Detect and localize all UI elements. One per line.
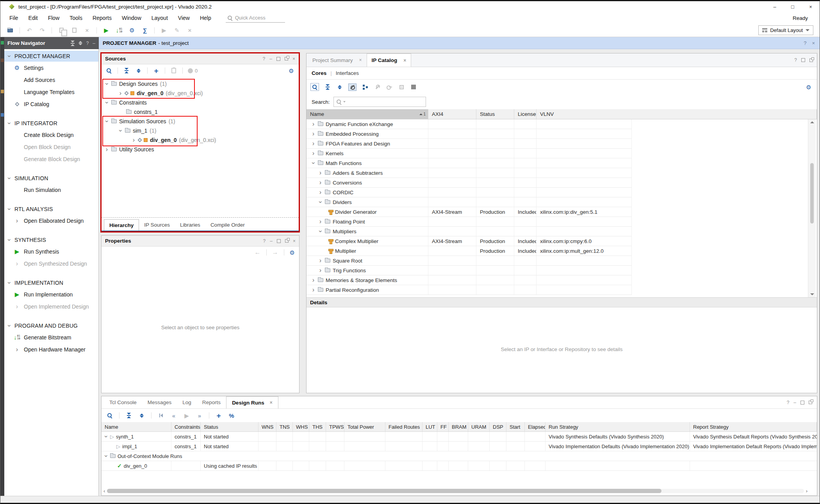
nav-item-open-implemented-design[interactable]: Open Implemented Design [4, 300, 98, 312]
scroll-up-icon[interactable] [810, 121, 814, 123]
help-icon[interactable]: ? [263, 56, 266, 62]
close-button[interactable]: × [802, 1, 820, 12]
nav-item-settings[interactable]: ⚙Settings [4, 62, 98, 74]
run-button[interactable]: ▶ [103, 27, 110, 34]
ip-row-divider-generator[interactable]: Divider GeneratorAXI4-StreamProductionIn… [307, 207, 632, 217]
menu-window[interactable]: Window [117, 15, 146, 21]
ip-row-embedded-processing[interactable]: Embedded Processing [307, 129, 632, 139]
chevron-right-icon[interactable] [311, 151, 316, 155]
float-icon[interactable] [285, 239, 289, 243]
copy-button[interactable] [58, 27, 65, 34]
nav-item-open-synthesized-design[interactable]: Open Synthesized Design [4, 257, 98, 270]
column-header-status[interactable]: Status [476, 109, 514, 119]
ip-row-memories-storage[interactable]: Memories & Storage Elements [307, 275, 632, 285]
tab-hierarchy[interactable]: Hierarchy [104, 219, 139, 231]
ip-row-dividers[interactable]: Dividers [307, 197, 632, 207]
chevron-down-icon[interactable] [118, 129, 123, 133]
minimize-icon[interactable]: – [793, 400, 796, 405]
run-group-out-of-context[interactable]: Out-of-Context Module Runs [102, 451, 817, 461]
minimize-button[interactable]: – [766, 1, 784, 12]
back-arrow-icon[interactable]: ← [255, 249, 261, 256]
nav-item-run-simulation[interactable]: Run Simulation [4, 184, 98, 196]
nav-section-synthesis[interactable]: SYNTHESIS [4, 234, 98, 245]
nav-section-rtl-analysis[interactable]: RTL ANALYSIS [4, 204, 98, 215]
open-project-button[interactable] [7, 27, 14, 34]
ip-row-kernels[interactable]: Kernels [307, 149, 632, 158]
column-header-vlnv[interactable]: VLNV [537, 109, 817, 119]
ip-settings-button-disabled[interactable] [398, 83, 405, 91]
col-failed-routes[interactable]: Failed Routes [385, 422, 422, 431]
ip-row-complex-multiplier[interactable]: Complex MultiplierAXI4-StreamProductionI… [307, 236, 632, 246]
search-button[interactable] [310, 83, 319, 91]
col-wns[interactable]: WNS [258, 422, 276, 431]
maximize-button[interactable]: □ [784, 1, 802, 12]
chevron-down-icon[interactable] [318, 229, 323, 233]
ip-row-math-functions[interactable]: Math Functions [307, 158, 632, 168]
nav-item-create-block-design[interactable]: Create Block Design [4, 129, 98, 141]
chevron-down-icon[interactable] [104, 454, 108, 458]
search-button[interactable] [105, 67, 112, 74]
scroll-right-icon[interactable]: › [806, 488, 808, 493]
tree-item-utility-sources[interactable]: Utility Sources [102, 145, 299, 154]
nav-section-program-and-debug[interactable]: PROGRAM AND DEBUG [4, 320, 98, 331]
tree-item-constraints[interactable]: Constraints [102, 98, 299, 107]
column-header-name[interactable]: Name 1 [307, 109, 428, 119]
subtab-interfaces[interactable]: Interfaces [336, 70, 359, 76]
col-lut[interactable]: LUT [422, 422, 437, 431]
chevron-down-icon[interactable] [105, 119, 109, 123]
close-icon[interactable]: × [403, 58, 406, 63]
nav-item-open-elaborated-design[interactable]: Open Elaborated Design [4, 215, 98, 227]
quick-access-search[interactable]: Quick Access [226, 14, 285, 23]
float-icon[interactable] [809, 401, 812, 404]
nav-item-open-hardware-manager[interactable]: Open Hardware Manager [4, 343, 98, 355]
chevron-right-icon[interactable] [318, 220, 323, 224]
delete-button[interactable]: × [84, 27, 91, 34]
chevron-down-icon[interactable] [311, 161, 316, 165]
close-icon[interactable]: × [812, 40, 815, 46]
ip-row-fpga-features[interactable]: FPGA Features and Design [307, 139, 632, 149]
percent-button[interactable]: % [228, 412, 235, 419]
chevron-right-icon[interactable] [118, 91, 123, 95]
chevron-down-icon[interactable] [318, 200, 323, 204]
nav-section-ip-integrator[interactable]: IP INTEGRATOR [4, 118, 98, 129]
menu-help[interactable]: Help [195, 15, 216, 21]
minimize-icon[interactable]: – [93, 41, 95, 46]
col-uram[interactable]: URAM [468, 422, 490, 431]
ip-row-square-root[interactable]: Square Root [307, 256, 632, 266]
chevron-right-icon[interactable] [105, 147, 109, 151]
tree-item-div-gen-0-sim[interactable]: div_gen_0 (div_gen_0.xci) [102, 135, 299, 145]
step-forward-button[interactable]: » [196, 412, 203, 419]
scroll-left-icon[interactable]: ‹ [103, 488, 105, 493]
chevron-right-icon[interactable] [311, 142, 316, 146]
col-constraints[interactable]: Constraints [171, 422, 201, 431]
chevron-down-icon[interactable] [105, 82, 109, 86]
step-back-button[interactable]: « [170, 412, 177, 419]
nav-item-run-implementation[interactable]: ▶Run Implementation [4, 288, 98, 300]
ip-row-partial-reconfiguration[interactable]: Partial Reconfiguration [307, 285, 632, 295]
col-tns[interactable]: TNS [276, 422, 293, 431]
nav-section-implementation[interactable]: IMPLEMENTATION [4, 277, 98, 288]
ip-row-cordic[interactable]: CORDIC [307, 188, 632, 197]
nav-item-generate-block-design[interactable]: Generate Block Design [4, 153, 98, 165]
customize-ip-button-disabled[interactable] [374, 83, 381, 91]
help-icon[interactable]: ? [263, 238, 266, 244]
chevron-down-icon[interactable] [104, 435, 108, 438]
scrollbar-thumb[interactable] [107, 489, 661, 493]
chevron-right-icon[interactable] [311, 132, 316, 136]
help-icon[interactable]: ? [804, 40, 806, 46]
nav-item-open-block-design[interactable]: Open Block Design [4, 141, 98, 153]
report-button-disabled[interactable] [170, 67, 177, 74]
nav-item-generate-bitstream[interactable]: ↓0110Generate Bitstream [4, 331, 98, 343]
ip-row-multipliers[interactable]: Multipliers [307, 227, 632, 236]
tree-item-simulation-sources[interactable]: Simulation Sources (1) [102, 117, 299, 126]
properties-panel-header[interactable]: Properties ? – × [102, 236, 299, 247]
chevron-right-icon[interactable] [311, 278, 316, 282]
col-start[interactable]: Start [506, 422, 525, 431]
chevron-right-icon[interactable] [318, 171, 323, 175]
run-row-synth-1[interactable]: ▷synth_1 constrs_1 Not started Vivado Sy… [102, 432, 817, 442]
menu-flow[interactable]: Flow [43, 15, 65, 21]
vertical-scrollbar[interactable] [808, 119, 816, 297]
paste-button[interactable] [71, 27, 78, 34]
collapse-all-button[interactable] [125, 412, 132, 419]
close-icon[interactable]: × [293, 238, 296, 244]
